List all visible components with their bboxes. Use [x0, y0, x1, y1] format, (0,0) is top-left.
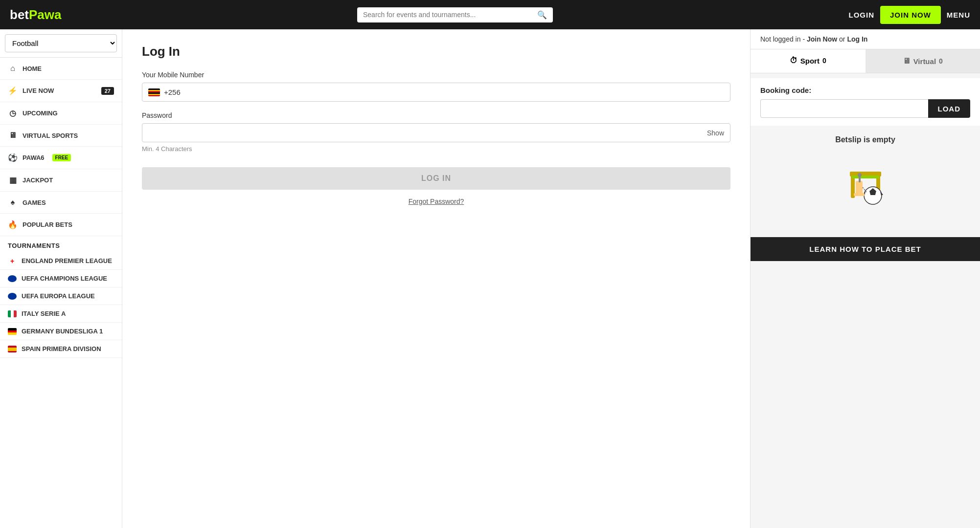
header: betPawa 🔍 LOGIN JOIN NOW MENU [0, 0, 980, 29]
sidebar-item-virtual-sports[interactable]: 🖥 VIRTUAL SPORTS [0, 125, 122, 147]
booking-section: Booking code: LOAD [751, 78, 980, 126]
sidebar-item-label: PAWA6 [23, 154, 45, 161]
svg-point-14 [858, 173, 862, 177]
tab-virtual[interactable]: 🖥 Virtual 0 [866, 49, 980, 73]
phone-input[interactable] [184, 88, 724, 96]
password-wrapper: Show [142, 123, 730, 142]
sidebar-item-label: LIVE NOW [23, 87, 54, 94]
games-icon: ♠ [8, 198, 18, 207]
virtual-tab-label: Virtual [913, 57, 936, 66]
join-button[interactable]: JOIN NOW [880, 6, 941, 24]
mobile-field-group: Your Mobile Number +256 [142, 71, 730, 102]
tournament-serie-a[interactable]: ITALY SERIE A [0, 305, 122, 323]
tournaments-header: TOURNAMENTS [0, 236, 122, 252]
sidebar-item-jackpot[interactable]: ▦ JACKPOT [0, 169, 122, 192]
sidebar-item-upcoming[interactable]: ◷ UPCOMING [0, 102, 122, 125]
search-bar: 🔍 [357, 7, 553, 22]
tournament-label: SPAIN PRIMERA DIVISION [22, 345, 101, 352]
tournament-bundesliga[interactable]: GERMANY BUNDESLIGA 1 [0, 323, 122, 340]
header-right: LOGIN JOIN NOW MENU [848, 6, 970, 24]
betslip-empty: Betslip is empty [751, 126, 980, 232]
sidebar-item-home[interactable]: ⌂ HOME [0, 58, 122, 80]
tournament-ucl[interactable]: UEFA CHAMPIONS LEAGUE [0, 270, 122, 287]
live-badge: 27 [101, 87, 114, 95]
sidebar: Football Basketball Tennis Cricket ⌂ HOM… [0, 29, 122, 528]
sport-selector[interactable]: Football Basketball Tennis Cricket [0, 29, 122, 58]
tournament-label: ITALY SERIE A [22, 310, 66, 317]
tournament-label: UEFA CHAMPIONS LEAGUE [22, 275, 107, 282]
password-label: Password [142, 111, 730, 119]
sport-dropdown[interactable]: Football Basketball Tennis Cricket [5, 34, 117, 52]
phone-input-wrapper: +256 [142, 83, 730, 102]
tournament-label: ENGLAND PREMIER LEAGUE [22, 257, 112, 264]
login-submit-button[interactable]: LOG IN [142, 167, 730, 190]
jackpot-icon: ▦ [8, 176, 18, 185]
free-badge: FREE [52, 154, 71, 161]
sidebar-item-label: UPCOMING [23, 110, 58, 117]
right-panel: Not logged in - Join Now or Log In ⏱ Spo… [750, 29, 980, 528]
show-password-button[interactable]: Show [707, 129, 724, 137]
booking-label: Booking code: [760, 86, 970, 94]
sidebar-item-label: JACKPOT [23, 176, 53, 184]
search-input[interactable] [363, 11, 537, 19]
tab-sport[interactable]: ⏱ Sport 0 [751, 49, 866, 73]
flag-uefa-ucl [8, 275, 17, 282]
sport-tab-icon: ⏱ [790, 56, 798, 65]
virtual-tab-icon: 🖥 [903, 57, 911, 66]
forgot-password-link[interactable]: Forgot Password? [142, 198, 730, 205]
tournament-la-liga[interactable]: SPAIN PRIMERA DIVISION [0, 340, 122, 358]
sidebar-item-label: POPULAR BETS [23, 221, 72, 228]
tournament-label: GERMANY BUNDESLIGA 1 [22, 328, 103, 335]
menu-button[interactable]: MENU [947, 11, 970, 19]
or-text: or [839, 35, 847, 43]
phone-code: +256 [164, 88, 181, 96]
login-button[interactable]: LOGIN [848, 11, 874, 19]
sidebar-item-label: GAMES [23, 199, 46, 206]
password-input[interactable] [142, 124, 730, 142]
main-content: Log In Your Mobile Number +256 Password … [122, 29, 750, 528]
svg-rect-3 [852, 176, 879, 178]
home-icon: ⌂ [8, 64, 18, 73]
live-icon: ⚡ [8, 86, 18, 95]
booking-code-input[interactable] [760, 99, 928, 118]
tournaments-list: ENGLAND PREMIER LEAGUE UEFA CHAMPIONS LE… [0, 252, 122, 358]
sidebar-item-popular-bets[interactable]: 🔥 POPULAR BETS [0, 214, 122, 236]
tournament-epl[interactable]: ENGLAND PREMIER LEAGUE [0, 252, 122, 270]
sidebar-item-pawa6[interactable]: ⚽ PAWA6 FREE [0, 147, 122, 169]
flag-england [8, 258, 17, 264]
tournament-label: UEFA EUROPA LEAGUE [22, 292, 95, 300]
tournament-uel[interactable]: UEFA EUROPA LEAGUE [0, 287, 122, 305]
flag-uganda [148, 88, 160, 96]
sidebar-item-games[interactable]: ♠ GAMES [0, 192, 122, 214]
page-title: Log In [142, 44, 730, 59]
flag-uefa-uel [8, 293, 17, 300]
booking-input-row: LOAD [760, 99, 970, 118]
join-now-link[interactable]: Join Now [807, 35, 837, 43]
load-button[interactable]: LOAD [928, 99, 971, 118]
logo-pawa: Pawa [29, 7, 62, 22]
virtual-tab-count: 0 [939, 57, 943, 65]
betslip-svg [836, 154, 895, 213]
learn-button[interactable]: LEARN HOW TO PLACE BET [751, 237, 980, 261]
svg-rect-12 [854, 193, 865, 196]
betslip-tabs: ⏱ Sport 0 🖥 Virtual 0 [751, 49, 980, 73]
mobile-label: Your Mobile Number [142, 71, 730, 79]
sport-tab-label: Sport [800, 57, 820, 65]
sidebar-item-label: VIRTUAL SPORTS [23, 132, 78, 139]
password-field-group: Password Show Min. 4 Characters [142, 111, 730, 153]
pawa6-icon: ⚽ [8, 153, 18, 162]
not-logged-bar: Not logged in - Join Now or Log In [751, 29, 980, 49]
log-in-link[interactable]: Log In [847, 35, 867, 43]
sidebar-nav: ⌂ HOME ⚡ LIVE NOW 27 ◷ UPCOMING 🖥 VIRTUA… [0, 58, 122, 236]
flag-spain [8, 346, 17, 352]
sidebar-item-label: HOME [23, 65, 42, 72]
not-logged-text: Not logged in - [760, 35, 807, 43]
logo-bet: bet [10, 7, 29, 22]
betslip-empty-text: Betslip is empty [760, 135, 970, 144]
flag-italy [8, 310, 17, 317]
popular-icon: 🔥 [8, 220, 18, 229]
sidebar-item-live-now[interactable]: ⚡ LIVE NOW 27 [0, 80, 122, 102]
sport-tab-count: 0 [822, 57, 826, 65]
betslip-illustration [836, 154, 895, 213]
search-icon[interactable]: 🔍 [537, 10, 547, 20]
